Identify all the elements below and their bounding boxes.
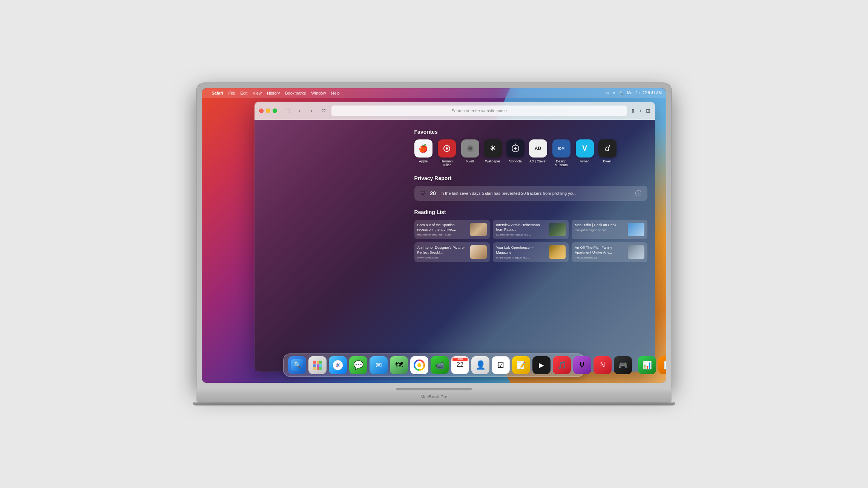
favorite-monocle[interactable]: Monocle [506,139,524,167]
dock-reminders[interactable]: ☑ [492,356,510,374]
favorite-hm-label: Herman Miller [437,159,457,167]
menu-edit[interactable]: Edit [240,91,247,95]
dock-pages[interactable]: 📄 [658,356,666,374]
dock-notes[interactable]: 📝 [512,356,530,374]
favorite-apple[interactable]: 🍎 Apple [414,139,432,167]
close-button[interactable] [259,109,264,113]
svg-rect-11 [319,361,322,364]
reading-item-1-title: Born out of the Spanish recession, the a… [417,223,468,232]
new-tab-button[interactable]: + [639,108,642,114]
reading-item-6-thumb [628,245,644,259]
dock-maps[interactable]: 🗺 [390,356,408,374]
menu-bookmarks[interactable]: Bookmarks [285,91,306,95]
back-button[interactable]: ‹ [295,107,304,115]
favorite-vimeo-icon: V [576,139,594,158]
menubar: Safari Search or enter website name File… [202,88,666,98]
dock-photos[interactable] [410,356,428,374]
favorite-dwell-icon: d [598,139,616,158]
dock-contacts[interactable]: 👤 [471,356,489,374]
privacy-card[interactable]: 🛡 20 In the last seven days Safari has p… [414,186,647,201]
menubar-search[interactable]: 🔍 [619,91,623,95]
safari-content: Favorites 🍎 Apple [255,120,655,372]
reading-item-6[interactable]: An Off-The-Plan Family Apartment Unlike … [572,242,647,262]
menu-help[interactable]: Help [331,91,340,95]
svg-rect-17 [319,367,322,370]
dock-podcasts[interactable]: 🎙 [573,356,591,374]
share-button[interactable]: ⬆ [631,108,635,114]
dock-calendar[interactable]: JUN 22 [451,356,469,374]
forward-button[interactable]: › [307,107,316,115]
reading-item-4[interactable]: An Interior Designer's Picture-Perfect B… [414,242,490,262]
minimize-button[interactable] [266,109,270,113]
reading-item-6-text: An Off-The-Plan Family Apartment Unlike … [575,245,625,259]
favorite-monocle-icon [506,139,524,158]
menubar-wifi: ≈ [613,91,615,95]
reading-item-5[interactable]: Your Lab Openhouse — Magazine openhouse-… [493,242,569,262]
favorite-hm[interactable]: Herman Miller [437,139,457,167]
address-bar[interactable]: Search or enter website name [331,106,627,116]
dock-messages[interactable]: 💬 [349,356,367,374]
favorite-dm[interactable]: tDM Design Museum [552,139,571,167]
favorite-kvell-label: Kvell [466,159,474,163]
menubar-left: Safari Search or enter website name File… [206,91,340,95]
svg-point-3 [468,147,472,150]
reading-item-4-thumb [470,245,487,259]
reading-item-3-url: macguffinmagazine.com [575,228,625,232]
reading-item-6-title: An Off-The-Plan Family Apartment Unlike … [575,245,625,255]
favorite-vimeo-label: Vimeo [580,159,589,163]
app-name[interactable]: Safari [212,91,223,95]
favorite-wallpaper[interactable]: ✳ Wallpaper [484,139,502,167]
dock-safari[interactable] [329,356,347,374]
macbook-lid: Safari Search or enter website name File… [196,83,672,388]
dock-music[interactable]: 🎵 [553,356,571,374]
reading-list-grid: Born out of the Spanish recession, the a… [414,220,647,262]
reading-item-3[interactable]: MacGuffin | Desk on Desk macguffinmagazi… [572,220,647,240]
favorite-ad[interactable]: AD AD | Clever [529,139,547,167]
dock-arcade[interactable]: 🎮 [614,356,632,374]
favorite-vimeo[interactable]: V Vimeo [576,139,594,167]
menubar-battery: ▪▪▪ [605,91,609,95]
reading-item-2-text: Interview Armin Heinemann from Paula... … [496,223,546,237]
toolbar-actions: ⬆ + ⊞ [631,108,650,114]
menu-history[interactable]: History [267,91,280,95]
favorites-grid: 🍎 Apple Herman Miller [414,139,647,167]
menu-file[interactable]: File [229,91,235,95]
dock-finder[interactable]: 🔍 [288,356,306,374]
favorite-dwell[interactable]: d Dwell [598,139,616,167]
dock-launchpad[interactable] [308,356,327,374]
reading-list-section: Reading List Born out of the Spanish rec… [414,209,647,262]
macos-desktop: Safari Search or enter website name File… [202,88,666,383]
reading-item-5-text: Your Lab Openhouse — Magazine openhouse-… [496,245,546,259]
tabs-button[interactable]: ⊞ [646,108,650,114]
macbook-model-label: MacBook Pro [420,395,448,399]
privacy-count: 20 [430,190,436,196]
dock-facetime[interactable]: 📹 [431,356,449,374]
reading-item-2-thumb [549,223,566,236]
favorite-kvell-icon [461,139,479,158]
menu-window[interactable]: Window [311,91,326,95]
privacy-info-button[interactable]: i [635,190,641,196]
sidebar-toggle[interactable]: ⬚ [283,107,291,115]
svg-point-5 [514,147,517,150]
macbook-base: MacBook Pro [196,388,672,402]
svg-point-1 [446,147,448,150]
dock-mail[interactable]: ✉ [370,356,388,374]
favorite-apple-label: Apple [419,159,428,163]
reading-item-1[interactable]: Born out of the Spanish recession, the a… [414,220,490,240]
menubar-time: Mon Jun 22 9:41 AM [627,91,662,95]
menubar-items: Search or enter website name File Edit V… [229,91,340,95]
content-panel: Favorites 🍎 Apple [407,120,655,372]
favorite-dm-icon: tDM [552,139,570,158]
dock-appletv[interactable]: ▶ [532,356,551,374]
menu-view[interactable]: View [253,91,262,95]
reading-item-2[interactable]: Interview Armin Heinemann from Paula... … [493,220,569,240]
favorite-ad-label: AD | Clever [529,159,547,163]
privacy-section: Privacy Report 🛡 20 In the last seven da… [414,175,647,201]
dock-container: 🔍 [283,353,585,377]
dock-news[interactable]: N [593,356,612,374]
svg-point-24 [417,363,421,367]
dock-numbers[interactable]: 📊 [638,356,656,374]
fullscreen-button[interactable] [273,109,277,113]
favorite-kvell[interactable]: Kvell [461,139,479,167]
favorite-dwell-label: Dwell [603,159,612,163]
